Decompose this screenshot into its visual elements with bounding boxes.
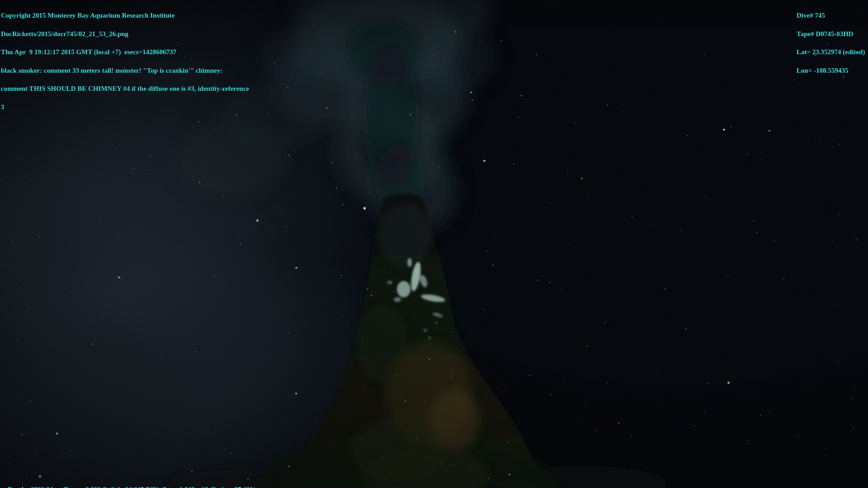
copyright-line: Copyright 2015 Monterey Bay Aquarium Res…	[1, 13, 249, 19]
dive-number: Dive# 745	[797, 13, 865, 19]
telemetry-line: Depth= 2221.34 m Temp= 2.002 C Sal= 34.6…	[8, 486, 256, 488]
overlay-top-right: Dive# 745 Tape# D0745-03HD Lat= 23.35297…	[797, 0, 865, 86]
timestamp-line: Thu Apr 9 19:12:17 2015 GMT (local +7) e…	[1, 49, 249, 56]
latitude: Lat= 23.352974 (edited)	[797, 49, 865, 56]
overlay-top-left: Copyright 2015 Monterey Bay Aquarium Res…	[1, 0, 249, 122]
tape-id: Tape# D0745-03HD	[797, 31, 865, 38]
longitude: Lon= -108.559435	[797, 68, 865, 74]
annotation-line-3: 3	[1, 104, 249, 111]
annotation-line-2: comment THIS SHOULD BE CHIMNEY #4 if the…	[1, 86, 249, 92]
file-path-line: DocRicketts/2015/docr745/02_21_53_26.png	[1, 31, 249, 38]
rov-video-frame: Copyright 2015 Monterey Bay Aquarium Res…	[0, 0, 868, 488]
overlay-telemetry: Depth= 2221.34 m Temp= 2.002 C Sal= 34.6…	[1, 480, 256, 488]
annotation-line-1: black smoker: comment 33 meters tall! mo…	[1, 68, 249, 74]
